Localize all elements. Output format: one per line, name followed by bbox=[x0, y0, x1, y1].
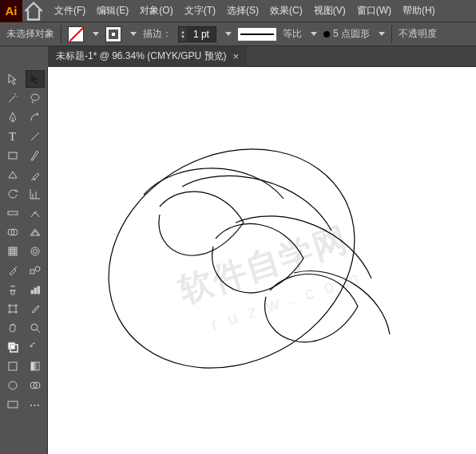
svg-rect-17 bbox=[9, 362, 17, 370]
slice-tool[interactable] bbox=[26, 300, 45, 318]
scaling-dropdown-icon[interactable] bbox=[311, 32, 317, 36]
svg-point-23 bbox=[70, 107, 394, 410]
workspace: T bbox=[0, 67, 476, 454]
toolbox: T bbox=[0, 67, 48, 454]
menu-text[interactable]: 文字(T) bbox=[184, 4, 216, 18]
edit-toolbar-icon[interactable]: ⋯ bbox=[26, 396, 45, 413]
dot-icon bbox=[323, 31, 330, 38]
document-tabbar: 未标题-1* @ 96.34% (CMYK/GPU 预览) × bbox=[0, 46, 476, 67]
brush-dropdown-icon[interactable] bbox=[379, 32, 385, 36]
document-title: 未标题-1* @ 96.34% (CMYK/GPU 预览) bbox=[56, 49, 227, 63]
width-tool[interactable] bbox=[3, 204, 22, 222]
brush-profile-label: 5 点圆形 bbox=[333, 27, 370, 41]
document-tab[interactable]: 未标题-1* @ 96.34% (CMYK/GPU 预览) × bbox=[48, 46, 247, 67]
perspective-grid-tool[interactable] bbox=[26, 223, 45, 241]
opacity-label: 不透明度 bbox=[399, 27, 437, 41]
stroke-profile-preview[interactable] bbox=[238, 28, 276, 41]
draw-normal-icon[interactable] bbox=[3, 377, 22, 394]
svg-point-6 bbox=[31, 247, 39, 255]
curvature-tool[interactable] bbox=[26, 109, 45, 126]
svg-rect-13 bbox=[10, 306, 16, 312]
symbol-sprayer-tool[interactable] bbox=[3, 281, 22, 298]
zoom-tool[interactable] bbox=[26, 319, 45, 337]
svg-rect-18 bbox=[31, 362, 39, 370]
menu-effect[interactable]: 效果(C) bbox=[270, 4, 303, 18]
gradient-tool[interactable] bbox=[26, 243, 45, 260]
menu-window[interactable]: 窗口(W) bbox=[357, 4, 391, 18]
svg-point-19 bbox=[9, 381, 17, 389]
menu-file[interactable]: 文件(F) bbox=[54, 4, 85, 18]
svg-point-7 bbox=[33, 250, 37, 254]
type-tool[interactable]: T bbox=[3, 128, 22, 145]
svg-rect-10 bbox=[31, 290, 34, 294]
screen-mode-icon[interactable] bbox=[3, 396, 22, 413]
direct-selection-tool[interactable] bbox=[26, 70, 45, 88]
fill-dropdown-icon[interactable] bbox=[93, 32, 99, 36]
svg-rect-15 bbox=[8, 342, 15, 349]
menu-edit[interactable]: 编辑(E) bbox=[97, 4, 129, 18]
draw-behind-icon[interactable] bbox=[26, 377, 45, 394]
stroke-weight-input[interactable]: ▲▼ 1 pt bbox=[178, 26, 216, 42]
tabbar-spacer bbox=[0, 46, 48, 67]
free-transform-tool[interactable] bbox=[26, 204, 45, 222]
rectangle-tool[interactable] bbox=[3, 147, 22, 164]
svg-rect-8 bbox=[30, 270, 34, 274]
svg-rect-2 bbox=[8, 211, 18, 215]
divider bbox=[391, 26, 392, 43]
rotate-tool[interactable] bbox=[3, 185, 22, 203]
stroke-swatch[interactable] bbox=[105, 26, 121, 42]
control-bar: 未选择对象 描边： ▲▼ 1 pt 等比 5 点圆形 不透明度 bbox=[0, 22, 476, 46]
magic-wand-tool[interactable] bbox=[3, 89, 22, 107]
color-mode-icon[interactable] bbox=[3, 357, 22, 375]
paintbrush-tool[interactable] bbox=[26, 147, 45, 164]
blend-tool[interactable] bbox=[26, 262, 45, 279]
svg-rect-22 bbox=[8, 401, 18, 408]
svg-rect-11 bbox=[34, 288, 37, 294]
hand-tool[interactable] bbox=[3, 319, 22, 337]
divider bbox=[61, 26, 61, 43]
scale-tool[interactable] bbox=[26, 185, 45, 203]
gradient-mode-icon[interactable] bbox=[26, 357, 45, 375]
svg-rect-1 bbox=[9, 152, 17, 159]
canvas-area[interactable]: 软件自学网 r u z w . c o m bbox=[48, 67, 476, 454]
fill-stroke-swap[interactable] bbox=[3, 338, 22, 356]
lasso-tool[interactable] bbox=[26, 89, 45, 107]
svg-rect-12 bbox=[38, 286, 40, 294]
mesh-tool[interactable] bbox=[3, 243, 22, 260]
menu-select[interactable]: 选择(S) bbox=[227, 4, 259, 18]
svg-point-0 bbox=[31, 94, 39, 101]
brush-profile[interactable]: 5 点圆形 bbox=[323, 27, 370, 41]
home-icon[interactable] bbox=[22, 0, 45, 22]
artboard-tool[interactable] bbox=[3, 300, 22, 318]
menubar: Ai 文件(F) 编辑(E) 对象(O) 文字(T) 选择(S) 效果(C) 视… bbox=[0, 0, 476, 22]
column-graph-tool[interactable] bbox=[26, 281, 45, 298]
scaling-label: 等比 bbox=[283, 27, 302, 41]
stroke-weight-value: 1 pt bbox=[187, 27, 216, 41]
selection-status: 未选择对象 bbox=[6, 27, 54, 41]
svg-point-14 bbox=[31, 324, 38, 330]
line-tool[interactable] bbox=[26, 128, 45, 145]
menu-object[interactable]: 对象(O) bbox=[140, 4, 173, 18]
app-logo: Ai bbox=[0, 0, 22, 22]
svg-point-9 bbox=[35, 266, 40, 271]
eyedropper-tool[interactable] bbox=[3, 262, 22, 279]
stroke-label: 描边： bbox=[143, 27, 172, 41]
shape-builder-tool[interactable] bbox=[3, 223, 22, 241]
shaper-tool[interactable] bbox=[3, 166, 22, 184]
stroke-dropdown-icon[interactable] bbox=[130, 32, 137, 36]
eraser-tool[interactable] bbox=[26, 166, 45, 184]
artboard[interactable]: 软件自学网 r u z w . c o m bbox=[48, 67, 476, 454]
artwork-bread-drawing bbox=[64, 91, 415, 410]
menu-help[interactable]: 帮助(H) bbox=[403, 4, 435, 18]
fill-swatch[interactable] bbox=[68, 26, 84, 42]
selection-tool-a[interactable] bbox=[3, 70, 22, 88]
stroke-weight-dropdown-icon[interactable] bbox=[225, 32, 232, 36]
default-fill-stroke[interactable] bbox=[26, 338, 45, 356]
pen-tool[interactable] bbox=[3, 109, 22, 126]
close-icon[interactable]: × bbox=[233, 50, 240, 62]
menu-view[interactable]: 视图(V) bbox=[314, 4, 346, 18]
